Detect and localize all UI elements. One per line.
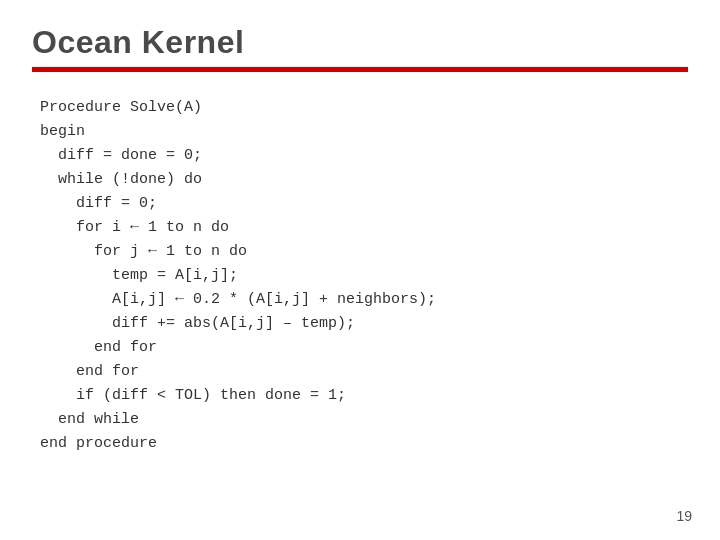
- code-line: end for: [40, 360, 688, 384]
- page-number: 19: [676, 508, 692, 524]
- code-line: diff = done = 0;: [40, 144, 688, 168]
- code-line: diff = 0;: [40, 192, 688, 216]
- slide-title: Ocean Kernel: [32, 24, 688, 61]
- code-line: temp = A[i,j];: [40, 264, 688, 288]
- code-line: end procedure: [40, 432, 688, 456]
- code-line: begin: [40, 120, 688, 144]
- code-line: end for: [40, 336, 688, 360]
- accent-bar: [32, 67, 688, 72]
- code-line: for i ← 1 to n do: [40, 216, 688, 240]
- code-line: A[i,j] ← 0.2 * (A[i,j] + neighbors);: [40, 288, 688, 312]
- code-block: Procedure Solve(A)begindiff = done = 0;w…: [32, 96, 688, 456]
- code-line: Procedure Solve(A): [40, 96, 688, 120]
- code-line: diff += abs(A[i,j] – temp);: [40, 312, 688, 336]
- code-line: while (!done) do: [40, 168, 688, 192]
- code-line: if (diff < TOL) then done = 1;: [40, 384, 688, 408]
- code-line: for j ← 1 to n do: [40, 240, 688, 264]
- code-line: end while: [40, 408, 688, 432]
- slide: Ocean Kernel Procedure Solve(A)begindiff…: [0, 0, 720, 540]
